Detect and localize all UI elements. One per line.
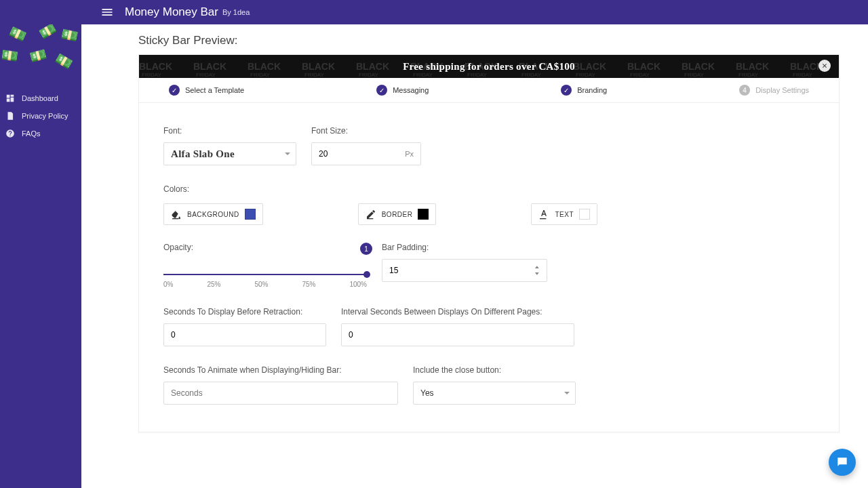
step-number: 4 xyxy=(739,85,750,96)
padding-value[interactable] xyxy=(389,266,534,275)
sidebar-item-faqs[interactable]: FAQs xyxy=(0,125,81,142)
field-font: Font: Alfa Slab One xyxy=(163,126,296,165)
font-value: Alfa Slab One xyxy=(171,148,235,160)
font-size-input[interactable]: Px xyxy=(311,142,421,165)
field-font-size: Font Size: Px xyxy=(311,126,421,165)
chat-icon xyxy=(835,455,849,469)
app-title: Money Money Bar xyxy=(125,5,218,19)
field-opacity: Opacity: 1 0% 25% 50% 75% 100% xyxy=(163,243,367,288)
help-icon xyxy=(5,129,15,138)
check-icon: ✓ xyxy=(376,85,387,96)
seconds-animate-input[interactable] xyxy=(163,382,398,405)
field-seconds-before: Seconds To Display Before Retraction: xyxy=(163,307,326,346)
step-messaging[interactable]: ✓ Messaging xyxy=(376,85,429,96)
preview-close-button[interactable] xyxy=(818,60,831,72)
px-suffix: Px xyxy=(405,150,414,158)
color-label: BACKGROUND xyxy=(187,211,239,218)
seconds-animate-label: Seconds To Animate when Displaying/Hidin… xyxy=(163,365,398,375)
text-color-icon xyxy=(538,209,549,220)
sidebar-item-dashboard[interactable]: Dashboard xyxy=(0,89,81,107)
preview-text: Free shipping for orders over CA$100 xyxy=(403,61,575,73)
text-color-button[interactable]: TEXT xyxy=(531,203,597,225)
menu-icon[interactable] xyxy=(100,5,114,19)
font-label: Font: xyxy=(163,126,296,136)
seconds-before-value[interactable] xyxy=(171,330,319,340)
tick: 25% xyxy=(207,281,220,288)
opacity-label: Opacity: xyxy=(163,243,367,252)
include-close-select[interactable]: Yes xyxy=(413,382,576,405)
interval-value[interactable] xyxy=(349,330,567,340)
border-color-button[interactable]: BORDER xyxy=(358,203,437,225)
tick: 0% xyxy=(163,281,173,288)
step-template[interactable]: ✓ Select a Template xyxy=(169,85,244,96)
color-label: BORDER xyxy=(382,211,413,218)
dashboard-icon xyxy=(5,94,15,103)
field-seconds-animate: Seconds To Animate when Displaying/Hidin… xyxy=(163,365,398,405)
tick: 50% xyxy=(254,281,268,288)
text-swatch xyxy=(579,209,590,220)
document-icon xyxy=(5,111,15,121)
seconds-before-input[interactable] xyxy=(163,323,326,346)
step-branding[interactable]: ✓ Branding xyxy=(561,85,607,96)
background-swatch xyxy=(245,209,256,220)
seconds-animate-value[interactable] xyxy=(171,388,391,398)
branding-form: Font: Alfa Slab One Font Size: Px Colors… xyxy=(139,103,839,432)
background-color-button[interactable]: BACKGROUND xyxy=(163,203,263,225)
stepper-icon[interactable] xyxy=(534,266,540,275)
editor-card: Free shipping for orders over CA$100 ✓ S… xyxy=(138,54,840,432)
main-content: Sticky Bar Preview: Free shipping for or… xyxy=(81,24,868,488)
interval-input[interactable] xyxy=(341,323,574,346)
sidebar-item-label: Privacy Policy xyxy=(22,112,68,120)
app-byline: By 1dea xyxy=(222,8,250,16)
padding-input[interactable] xyxy=(382,259,547,282)
fill-icon xyxy=(171,209,182,220)
slider-ticks: 0% 25% 50% 75% 100% xyxy=(163,281,367,288)
check-icon: ✓ xyxy=(169,85,180,96)
chevron-down-icon xyxy=(564,392,570,394)
field-bar-padding: Bar Padding: xyxy=(382,243,547,282)
opacity-slider[interactable]: 1 0% 25% 50% 75% 100% xyxy=(163,259,367,288)
padding-label: Bar Padding: xyxy=(382,243,547,252)
font-size-label: Font Size: xyxy=(311,126,421,136)
border-swatch xyxy=(418,209,429,220)
close-icon xyxy=(821,62,828,69)
font-select[interactable]: Alfa Slab One xyxy=(163,142,296,165)
step-display-settings[interactable]: 4 Display Settings xyxy=(739,85,809,96)
step-label: Messaging xyxy=(393,86,429,94)
sticky-bar-preview: Free shipping for orders over CA$100 xyxy=(139,55,839,78)
sidebar-item-label: FAQs xyxy=(22,129,41,138)
include-close-label: Include the close button: xyxy=(413,365,576,375)
step-label: Select a Template xyxy=(185,86,244,94)
sidebar-nav: Dashboard Privacy Policy FAQs xyxy=(0,89,81,142)
tick: 75% xyxy=(302,281,315,288)
pencil-icon xyxy=(366,209,376,220)
include-close-value: Yes xyxy=(420,388,434,398)
slider-tooltip: 1 xyxy=(360,243,372,255)
preview-heading: Sticky Bar Preview: xyxy=(138,34,840,47)
slider-track xyxy=(163,274,367,275)
seconds-before-label: Seconds To Display Before Retraction: xyxy=(163,307,326,317)
chat-launcher[interactable] xyxy=(829,449,856,476)
chevron-down-icon xyxy=(285,152,290,155)
colors-label: Colors: xyxy=(163,184,189,194)
field-include-close: Include the close button: Yes xyxy=(413,365,576,405)
color-label: TEXT xyxy=(555,211,574,218)
sidebar-item-label: Dashboard xyxy=(22,94,58,102)
step-label: Branding xyxy=(577,86,607,94)
field-interval: Interval Seconds Between Displays On Dif… xyxy=(341,307,574,346)
app-header: Money Money Bar By 1dea xyxy=(0,0,868,24)
slider-thumb[interactable] xyxy=(363,271,370,278)
interval-label: Interval Seconds Between Displays On Dif… xyxy=(341,307,574,317)
sidebar: 💵💵 💵💵 💵💵 💵💵 💵 Dashboard Privacy Policy F… xyxy=(0,0,81,488)
check-icon: ✓ xyxy=(561,85,572,96)
font-size-value[interactable] xyxy=(319,149,401,159)
tick: 100% xyxy=(349,281,367,288)
sidebar-item-privacy[interactable]: Privacy Policy xyxy=(0,107,81,125)
stepper: ✓ Select a Template ✓ Messaging ✓ Brandi… xyxy=(139,78,839,103)
step-label: Display Settings xyxy=(755,86,809,94)
